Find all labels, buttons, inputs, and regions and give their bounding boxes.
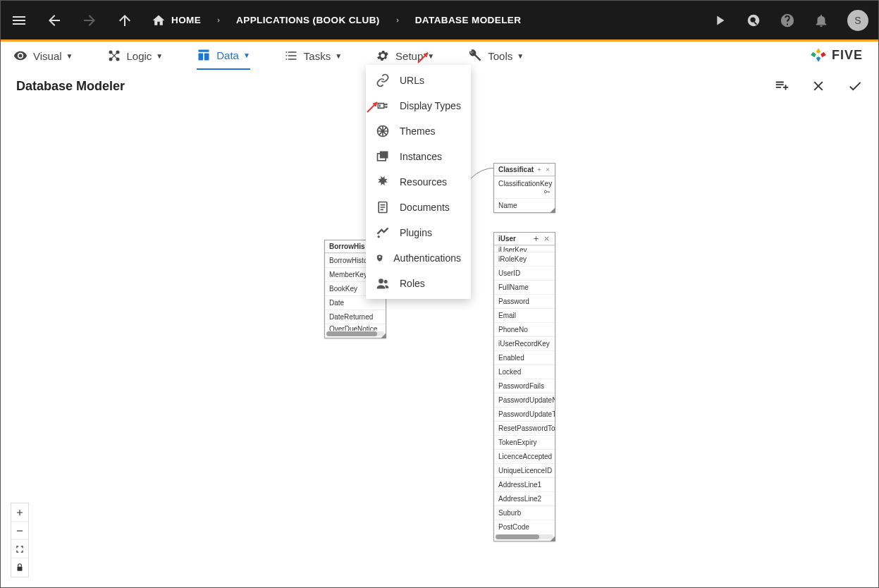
table-row[interactable]: Password (494, 294, 555, 308)
h-scrollbar[interactable] (326, 331, 384, 336)
table-row[interactable]: AddressLine2 (494, 491, 555, 506)
table-header[interactable]: iUser (494, 233, 555, 245)
table-row[interactable]: AddressLine1 (494, 477, 555, 491)
menu-tools[interactable]: Tools▼ (468, 42, 524, 70)
table-row[interactable]: TokenExpiry (494, 435, 555, 449)
svg-rect-9 (380, 152, 388, 159)
menu-logic-label: Logic (127, 50, 152, 62)
table-row[interactable]: UniqueLicenceID (494, 463, 555, 477)
table-row[interactable]: iRoleKey (494, 252, 555, 266)
table-row[interactable]: iUserRecordKey (494, 336, 555, 350)
breadcrumb-applications[interactable]: APPLICATIONS (BOOK CLUB) (236, 15, 380, 25)
check-icon[interactable] (847, 78, 863, 94)
zoom-in-button[interactable] (11, 503, 28, 522)
close-icon[interactable] (545, 166, 551, 173)
key-icon (543, 188, 551, 195)
dd-urls[interactable]: URLs (366, 68, 471, 93)
table-row[interactable]: Suburb (494, 506, 555, 520)
svg-point-11 (378, 235, 380, 238)
svg-point-14 (544, 190, 546, 192)
add-list-icon[interactable] (774, 78, 789, 94)
page-title: Database Modeler (16, 79, 125, 94)
table-header[interactable]: Classificat (494, 164, 555, 176)
dd-urls-label: URLs (400, 75, 424, 86)
menu-data-label: Data (216, 49, 239, 61)
bell-icon[interactable] (813, 13, 829, 28)
resize-handle[interactable] (550, 536, 555, 541)
fullscreen-button[interactable] (11, 540, 28, 558)
table-row[interactable]: PasswordUpdateNext (494, 393, 555, 407)
forward-icon (81, 12, 98, 29)
plus-icon[interactable] (532, 235, 540, 243)
table-row[interactable]: DateReturned (325, 310, 386, 324)
table-row[interactable]: Enabled (494, 350, 555, 365)
dd-display-types-label: Display Types (400, 100, 461, 111)
help-icon[interactable] (780, 13, 795, 28)
close-icon[interactable] (543, 235, 551, 243)
resize-handle[interactable] (550, 207, 555, 213)
dd-display-types[interactable]: Display Types (366, 93, 471, 118)
menu-logic[interactable]: Logic▼ (107, 42, 164, 70)
h-scrollbar[interactable] (496, 534, 553, 539)
zoom-out-button[interactable] (11, 522, 28, 540)
table-title: iUser (498, 235, 529, 243)
table-row[interactable]: UserID (494, 266, 555, 280)
arrow-annotation (415, 49, 432, 68)
dd-instances-label: Instances (400, 151, 442, 162)
table-row[interactable]: Locked (494, 365, 555, 379)
up-icon[interactable] (116, 12, 133, 29)
dd-roles[interactable]: Roles (366, 271, 471, 296)
table-row[interactable]: Email (494, 308, 555, 322)
table-row[interactable]: PhoneNo (494, 322, 555, 336)
close-icon[interactable] (811, 78, 826, 94)
svg-point-12 (379, 278, 383, 283)
table-row[interactable]: FullName (494, 280, 555, 294)
brand-text: FIVE (832, 48, 863, 63)
dd-plugins[interactable]: Plugins (366, 220, 471, 245)
table-row[interactable]: iUserKey (494, 245, 555, 252)
menu-tasks-label: Tasks (304, 50, 331, 62)
chevron-right-icon (215, 16, 222, 25)
breadcrumb-home-label: HOME (171, 15, 201, 25)
menu-tasks[interactable]: Tasks▼ (284, 42, 342, 70)
avatar[interactable]: S (847, 10, 868, 31)
table-row[interactable]: Name (494, 198, 555, 212)
arrow-annotation (364, 98, 381, 118)
dd-resources[interactable]: Resources (366, 169, 471, 195)
dd-documents[interactable]: Documents (366, 195, 471, 220)
dd-instances[interactable]: Instances (366, 144, 471, 169)
play-icon[interactable] (712, 13, 727, 28)
table-row[interactable]: PasswordFails (494, 379, 555, 393)
brand-logo: FIVE (809, 46, 863, 64)
table-row[interactable]: OverDueNotice (325, 324, 386, 331)
svg-point-1 (750, 17, 755, 22)
table-classificat[interactable]: Classificat ClassificationKey Name (493, 163, 555, 213)
breadcrumb-modeler[interactable]: DATABASE MODELER (415, 15, 522, 25)
dd-resources-label: Resources (400, 176, 447, 188)
menu-visual[interactable]: Visual▼ (13, 42, 73, 70)
table-row[interactable]: LicenceAccepted (494, 449, 555, 463)
top-bar: HOME APPLICATIONS (BOOK CLUB) DATABASE M… (1, 1, 878, 39)
dd-plugins-label: Plugins (400, 227, 432, 238)
search-icon[interactable] (746, 13, 761, 28)
resize-handle[interactable] (381, 333, 386, 338)
dd-themes[interactable]: Themes (366, 118, 471, 144)
back-icon[interactable] (46, 12, 63, 29)
svg-rect-15 (18, 567, 23, 571)
menu-tools-label: Tools (488, 50, 512, 62)
chevron-right-icon (394, 16, 401, 25)
table-title: Classificat (498, 166, 534, 173)
menu-data[interactable]: Data▼ (197, 42, 250, 70)
table-row[interactable]: PasswordUpdateTime (494, 407, 555, 421)
table-row[interactable]: ClassificationKey (494, 176, 555, 198)
dd-roles-label: Roles (400, 278, 425, 289)
lock-button[interactable] (11, 558, 28, 577)
dd-documents-label: Documents (400, 202, 450, 213)
table-row[interactable]: ResetPasswordToken (494, 421, 555, 435)
hamburger-icon[interactable] (11, 12, 27, 29)
dd-authentications[interactable]: Authentications (366, 245, 471, 271)
table-row[interactable]: PostCode (494, 520, 555, 534)
plus-icon[interactable] (536, 166, 542, 173)
table-iuser[interactable]: iUser iUserKey iRoleKey UserID FullName … (493, 232, 555, 541)
breadcrumb-home[interactable]: HOME (152, 13, 201, 27)
